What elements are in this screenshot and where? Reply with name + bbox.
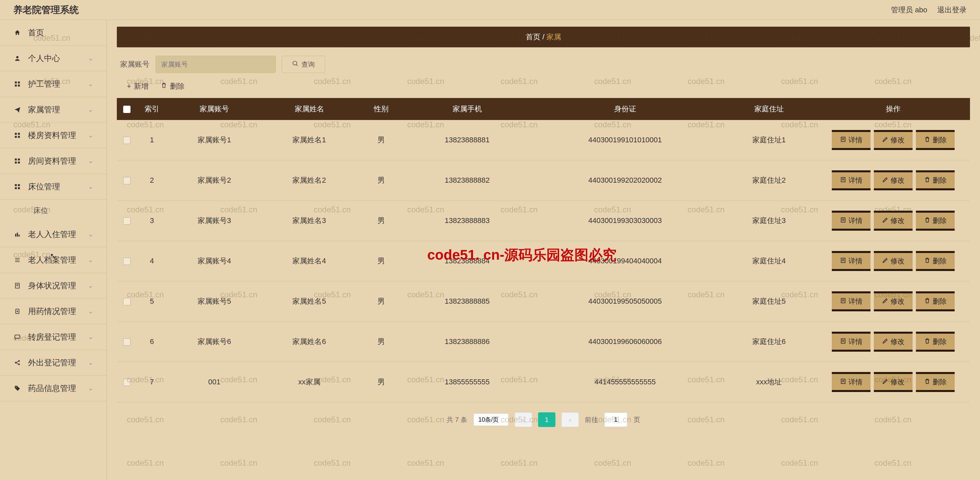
select-all-checkbox[interactable] — [123, 106, 130, 113]
sidebar-item-7[interactable]: 老人入住管理⌄ — [0, 222, 107, 247]
detail-button[interactable]: 详情 — [832, 130, 870, 150]
sidebar-item-11[interactable]: 转房登记管理⌄ — [0, 324, 107, 350]
grid-icon — [13, 183, 21, 190]
edit-button[interactable]: 修改 — [874, 332, 913, 352]
detail-button[interactable]: 详情 — [832, 251, 870, 271]
edit-button[interactable]: 修改 — [874, 211, 913, 231]
edit-button[interactable]: 修改 — [874, 372, 913, 392]
cell-sex: 男 — [357, 322, 406, 362]
cell-idx: 5 — [137, 281, 167, 322]
goto-input[interactable] — [604, 412, 627, 427]
search-input[interactable] — [156, 55, 276, 73]
delete-button[interactable]: 删除 — [161, 81, 185, 91]
sidebar-item-5[interactable]: 房间资料管理⌄ — [0, 148, 107, 174]
page-1-button[interactable]: 1 — [538, 412, 555, 427]
goto-suffix: 页 — [633, 415, 640, 425]
table-row: 7001xx家属男13855555555441455555555555xxx地址… — [117, 362, 970, 402]
actions-row: + 新增 删除 — [117, 78, 970, 98]
table-row: 2家属账号2家属姓名2男1382388888244030019920202000… — [117, 160, 970, 201]
edit-icon — [882, 297, 889, 306]
row-checkbox[interactable] — [123, 137, 130, 144]
svg-rect-29 — [15, 335, 20, 338]
trash-icon — [924, 257, 931, 265]
breadcrumb-home[interactable]: 首页 — [526, 33, 540, 41]
cell-phone: 13823888883 — [406, 201, 528, 241]
row-checkbox[interactable] — [123, 298, 130, 305]
add-button[interactable]: + 新增 — [127, 81, 148, 91]
svg-rect-16 — [18, 187, 20, 189]
cell-phone: 13823888885 — [406, 281, 528, 322]
cell-acct: 家属账号4 — [167, 241, 262, 281]
cell-acct: 家属账号6 — [167, 322, 262, 362]
edit-button[interactable]: 修改 — [874, 291, 913, 311]
sidebar-item-8[interactable]: 老人档案管理⌄ — [0, 247, 107, 273]
page-size-select[interactable]: 10条/页 — [473, 413, 509, 426]
detail-button[interactable]: 详情 — [832, 332, 870, 352]
sidebar-item-6[interactable]: 床位管理⌄ — [0, 174, 107, 200]
trash-icon — [924, 217, 931, 225]
search-icon — [292, 60, 299, 69]
row-checkbox[interactable] — [123, 177, 130, 184]
logout-link[interactable]: 退出登录 — [937, 5, 967, 15]
send-icon — [13, 106, 21, 113]
admin-label[interactable]: 管理员 abo — [891, 5, 927, 15]
sidebar-sub-item[interactable]: 床位 — [0, 200, 107, 222]
detail-button[interactable]: 详情 — [832, 291, 870, 311]
grid-icon — [13, 132, 21, 139]
row-delete-button[interactable]: 删除 — [916, 170, 955, 190]
next-page-button[interactable]: › — [562, 412, 579, 427]
breadcrumb: 首页 / 家属 — [117, 27, 970, 48]
svg-line-33 — [16, 361, 19, 362]
col-header-2: 家属账号 — [167, 98, 262, 120]
cell-addr: 家庭住址4 — [722, 241, 816, 281]
sidebar-item-4[interactable]: 楼房资料管理⌄ — [0, 123, 107, 148]
detail-button[interactable]: 详情 — [832, 170, 870, 190]
col-header-4: 性别 — [357, 98, 406, 120]
col-header-1: 索引 — [137, 98, 167, 120]
sidebar-item-2[interactable]: 护工管理⌄ — [0, 71, 107, 97]
row-checkbox[interactable] — [123, 258, 130, 265]
detail-icon — [840, 378, 846, 387]
row-delete-button[interactable]: 删除 — [916, 130, 955, 150]
edit-button[interactable]: 修改 — [874, 170, 913, 190]
row-delete-button[interactable]: 删除 — [916, 251, 955, 271]
row-checkbox[interactable] — [123, 379, 130, 386]
chevron-down-icon: ⌄ — [88, 157, 93, 165]
row-checkbox[interactable] — [123, 217, 130, 225]
row-checkbox[interactable] — [123, 338, 130, 346]
cell-sex: 男 — [357, 120, 406, 160]
trash-icon — [924, 176, 931, 185]
cell-acct: 家属账号3 — [167, 201, 262, 241]
edit-button[interactable]: 修改 — [874, 251, 913, 271]
edit-button[interactable]: 修改 — [874, 130, 913, 150]
cell-addr: 家庭住址2 — [722, 160, 816, 201]
query-button[interactable]: 查询 — [282, 55, 325, 73]
prev-page-button[interactable]: ‹ — [515, 412, 532, 427]
cell-name: 家属姓名5 — [262, 281, 356, 322]
sidebar-item-13[interactable]: 药品信息管理⌄ — [0, 375, 107, 401]
svg-rect-19 — [18, 234, 19, 237]
tag-icon — [13, 385, 21, 392]
sidebar-item-label: 老人档案管理 — [28, 255, 76, 265]
row-delete-button[interactable]: 删除 — [916, 372, 955, 392]
sidebar-item-1[interactable]: 个人中心⌄ — [0, 46, 107, 71]
cell-idx: 1 — [137, 120, 167, 160]
sidebar-item-label: 转房登记管理 — [28, 332, 76, 342]
detail-button[interactable]: 详情 — [832, 211, 870, 231]
sidebar-item-label: 楼房资料管理 — [28, 130, 76, 141]
sidebar-item-9[interactable]: 身体状况管理⌄ — [0, 273, 107, 299]
row-delete-button[interactable]: 删除 — [916, 211, 955, 231]
row-delete-button[interactable]: 删除 — [916, 291, 955, 311]
svg-point-35 — [16, 387, 17, 388]
sidebar-item-label: 房间资料管理 — [28, 156, 76, 166]
sidebar-item-0[interactable]: 首页 — [0, 20, 107, 46]
cell-sex: 男 — [357, 160, 406, 201]
sidebar-item-3[interactable]: 家属管理⌄ — [0, 97, 107, 123]
chevron-down-icon: ⌄ — [88, 359, 93, 366]
svg-rect-5 — [15, 133, 17, 135]
row-delete-button[interactable]: 删除 — [916, 332, 955, 352]
sidebar-item-10[interactable]: 用药情况管理⌄ — [0, 299, 107, 324]
sidebar-item-12[interactable]: 外出登记管理⌄ — [0, 350, 107, 375]
detail-icon — [840, 257, 846, 265]
detail-button[interactable]: 详情 — [832, 372, 870, 392]
